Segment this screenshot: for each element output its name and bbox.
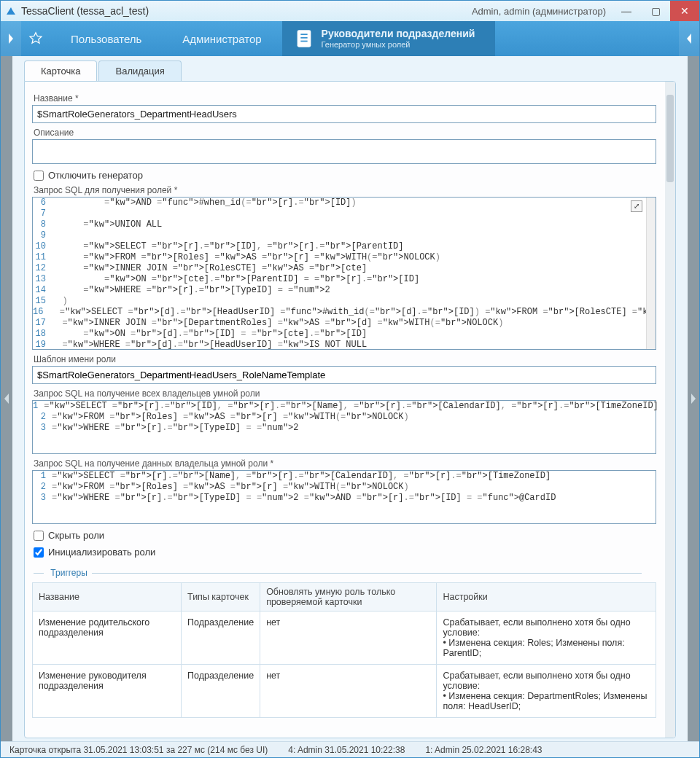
disable-checkbox-label: Отключить генератор — [48, 170, 143, 181]
svg-rect-0 — [297, 30, 311, 47]
label-sql-owners: Запрос SQL на получение всех владельцев … — [34, 388, 656, 399]
nav-back-button[interactable] — [1, 21, 21, 56]
table-row[interactable]: Изменение родительского подразделенияПод… — [33, 612, 656, 665]
minimize-button[interactable]: — — [612, 1, 641, 21]
close-button[interactable]: ✕ — [670, 1, 699, 21]
th-update[interactable]: Обновлять умную роль только проверяемой … — [260, 583, 437, 612]
tab-validation[interactable]: Валидация — [98, 60, 181, 81]
star-icon — [28, 31, 43, 46]
ribbon-active-title: Руководители подразделений — [322, 28, 475, 39]
window-title: TessaClient (tessa_acl_test) — [21, 5, 149, 17]
th-settings[interactable]: Настройки — [437, 583, 656, 612]
table-row[interactable]: Изменение руководителя подразделенияПодр… — [33, 665, 656, 718]
sql-roles-editor[interactable]: ⤢ 6 ="kw">AND ="func">#when_id(="br">[r]… — [32, 197, 656, 350]
status-opened: Карточка открыта 31.05.2021 13:03:51 за … — [9, 745, 268, 755]
name-input[interactable] — [32, 105, 656, 123]
hide-roles-checkbox-input[interactable] — [34, 531, 44, 541]
status-v1: 1: Admin 25.02.2021 16:28:43 — [425, 745, 542, 755]
chevron-right-icon — [691, 394, 696, 404]
ribbon: Пользователь Администратор Руководители … — [1, 21, 699, 56]
statusbar: Карточка открыта 31.05.2021 13:03:51 за … — [1, 741, 699, 757]
hide-roles-checkbox[interactable]: Скрыть роли — [34, 530, 656, 541]
label-name: Название * — [34, 93, 656, 103]
disable-checkbox-input[interactable] — [34, 171, 44, 181]
init-roles-checkbox[interactable]: Инициализировать роли — [34, 547, 656, 558]
chevron-left-icon — [4, 394, 9, 404]
titlebar: TessaClient (tessa_acl_test) Admin, admi… — [1, 1, 699, 21]
init-roles-checkbox-input[interactable] — [34, 547, 44, 558]
label-name-template: Шаблон имени роли — [34, 354, 656, 364]
hide-roles-label: Скрыть роли — [48, 530, 104, 541]
maximize-button[interactable]: ▢ — [641, 1, 670, 21]
sql-owner-data-editor[interactable]: 1="kw">SELECT ="br">[r].="br">[Name], ="… — [32, 470, 656, 524]
label-sql-roles: Запрос SQL для получения ролей * — [34, 185, 656, 195]
ribbon-tab-active[interactable]: Руководители подразделений Генератор умн… — [282, 21, 496, 56]
status-v4: 4: Admin 31.05.2021 10:22:38 — [288, 745, 405, 755]
left-rail[interactable] — [1, 56, 12, 741]
th-name[interactable]: Название — [33, 583, 182, 612]
desc-input[interactable] — [32, 139, 656, 164]
sql-owners-editor[interactable]: 1="kw">SELECT ="br">[r].="br">[ID], ="br… — [32, 400, 656, 454]
ribbon-tab-admin[interactable]: Администратор — [162, 21, 281, 56]
init-roles-label: Инициализировать роли — [48, 547, 155, 558]
app-icon — [5, 5, 17, 17]
ribbon-active-subtitle: Генератор умных ролей — [322, 40, 475, 49]
triggers-section-title: Триггеры — [34, 568, 656, 578]
document-icon — [294, 28, 314, 49]
name-template-input[interactable] — [32, 366, 656, 384]
label-sql-owner-data: Запрос SQL на получение данных владельца… — [34, 458, 656, 469]
user-label: Admin, admin (администратор) — [472, 6, 606, 17]
chevron-right-icon — [7, 34, 15, 44]
chevron-left-icon — [685, 34, 693, 44]
label-desc: Описание — [34, 128, 656, 138]
th-types[interactable]: Типы карточек — [182, 583, 260, 612]
ribbon-tab-user[interactable]: Пользователь — [50, 21, 162, 56]
panel-scrollbar[interactable] — [665, 82, 675, 738]
favorite-button[interactable] — [21, 21, 50, 56]
expand-icon[interactable]: ⤢ — [631, 200, 642, 212]
tab-card[interactable]: Карточка — [24, 60, 97, 81]
disable-checkbox[interactable]: Отключить генератор — [34, 170, 656, 181]
card-panel: Название * Описание Отключить генератор … — [24, 81, 676, 738]
nav-forward-button[interactable] — [679, 21, 699, 56]
code-scrollbar[interactable] — [646, 198, 656, 349]
triggers-table: Название Типы карточек Обновлять умную р… — [32, 582, 656, 718]
right-rail[interactable] — [688, 56, 699, 741]
